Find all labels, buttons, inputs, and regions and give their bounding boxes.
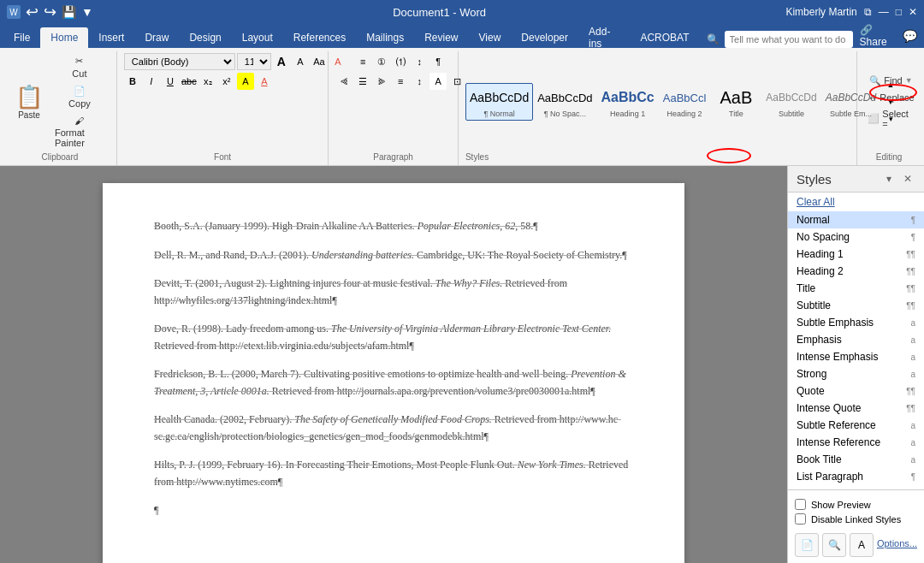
disable-linked-checkbox[interactable] <box>795 513 806 524</box>
tab-acrobat[interactable]: ACROBAT <box>630 27 699 48</box>
tab-review[interactable]: Review <box>414 27 468 48</box>
restore-btn[interactable]: ⧉ <box>864 6 872 18</box>
styles-list[interactable]: Normal ¶ No Spacing ¶ Heading 1 ¶¶ Headi… <box>788 211 924 489</box>
show-preview-checkbox[interactable] <box>795 499 806 510</box>
paragraph-group-label: Paragraph <box>335 152 451 163</box>
redo-btn[interactable]: ↪ <box>44 3 56 21</box>
style-item-normal[interactable]: Normal ¶ <box>788 211 924 228</box>
styles-panel-menu-btn[interactable]: ▾ <box>881 171 897 187</box>
close-btn[interactable]: ✕ <box>909 6 917 18</box>
tab-developer[interactable]: Developer <box>511 27 578 48</box>
text-highlight-btn[interactable]: A <box>237 73 254 90</box>
style-item-no-spacing[interactable]: No Spacing ¶ <box>788 228 924 246</box>
numbering-btn[interactable]: ① <box>373 53 390 70</box>
save-btn[interactable]: 💾 <box>62 5 76 19</box>
maximize-btn[interactable]: □ <box>896 6 902 18</box>
style-item-subtle-emphasis[interactable]: Subtle Emphasis a <box>788 314 924 331</box>
tab-layout[interactable]: Layout <box>232 27 283 48</box>
superscript-btn[interactable]: x² <box>218 73 235 90</box>
customize-btn[interactable]: ▼ <box>81 5 93 19</box>
strikethrough-btn[interactable]: abc <box>181 73 198 90</box>
line-spacing-btn[interactable]: ↕ <box>411 73 428 90</box>
style-swatch-heading1[interactable]: AaBbCc Heading 1 <box>597 83 659 121</box>
styles-down-btn[interactable]: ▼ <box>882 93 899 110</box>
tell-me-input[interactable] <box>725 31 853 48</box>
font-color-btn[interactable]: A <box>256 73 273 90</box>
style-heading2-preview: AaBbCcl <box>663 86 707 110</box>
editing-group-label: Editing <box>864 152 914 163</box>
tab-design[interactable]: Design <box>179 27 231 48</box>
style-swatch-title[interactable]: AaB Title <box>710 83 761 121</box>
comments-btn[interactable]: 💬 <box>903 29 917 43</box>
underline-btn[interactable]: U <box>162 73 179 90</box>
undo-btn[interactable]: ↩ <box>26 3 38 21</box>
doc-para-5: Fredrickson, B. L. (2000, March 7). Cult… <box>154 365 633 399</box>
style-item-list-paragraph[interactable]: List Paragraph ¶ <box>788 468 924 485</box>
tab-home[interactable]: Home <box>40 27 88 48</box>
grow-font-btn[interactable]: A <box>273 53 290 70</box>
style-swatch-subtitle[interactable]: AaBbCcDd Subtitle <box>761 83 820 121</box>
paste-button[interactable]: 📋 Paste <box>10 81 48 122</box>
style-inspector-btn[interactable]: 🔍 <box>822 533 846 557</box>
style-item-intense-reference[interactable]: Intense Reference a <box>788 434 924 451</box>
style-swatch-subtle-em[interactable]: AaBbCcDd Subtle Em... <box>821 83 880 121</box>
style-item-subtle-reference[interactable]: Subtle Reference a <box>788 417 924 434</box>
style-item-intense-emphasis[interactable]: Intense Emphasis a <box>788 348 924 365</box>
ribbon-tabs: File Home Insert Draw Design Layout Refe… <box>0 24 924 48</box>
copy-button[interactable]: 📄Copy <box>50 83 110 111</box>
bullets-btn[interactable]: ≡ <box>354 53 371 70</box>
styles-up-btn[interactable]: ▲ <box>882 76 899 93</box>
tab-references[interactable]: References <box>283 27 356 48</box>
minimize-btn[interactable]: — <box>879 6 889 18</box>
font-size-select[interactable]: 11 <box>237 53 271 70</box>
shading-btn[interactable]: A <box>429 73 447 90</box>
bold-btn[interactable]: B <box>124 73 141 90</box>
style-item-emphasis[interactable]: Emphasis a <box>788 331 924 348</box>
style-normal-preview: AaBbCcDd <box>470 86 529 110</box>
doc-para-7: Hilts, P. J. (1999, February 16). In For… <box>154 456 633 489</box>
style-item-heading2[interactable]: Heading 2 ¶¶ <box>788 263 924 280</box>
shrink-font-btn[interactable]: A <box>292 53 309 70</box>
tab-addins[interactable]: Add-ins <box>578 27 630 48</box>
style-item-subtitle[interactable]: Subtitle ¶¶ <box>788 297 924 314</box>
align-right-btn[interactable]: ⫸ <box>373 73 390 90</box>
sort-btn[interactable]: ↕ <box>411 53 428 70</box>
styles-panel-close-btn[interactable]: ✕ <box>900 171 915 187</box>
manage-styles-btn[interactable]: A <box>850 533 874 557</box>
style-item-quote[interactable]: Quote ¶¶ <box>788 382 924 400</box>
font-name-select[interactable]: Calibri (Body) <box>124 53 235 70</box>
style-item-book-title[interactable]: Book Title a <box>788 451 924 468</box>
style-swatch-no-spacing[interactable]: AaBbCcDd ¶ No Spac... <box>533 83 596 121</box>
tab-insert[interactable]: Insert <box>88 27 134 48</box>
document-area[interactable]: Booth, S.A. (January 1999). High-Drain A… <box>0 166 787 563</box>
style-swatch-heading2[interactable]: AaBbCcl Heading 2 <box>659 83 711 121</box>
change-case-btn[interactable]: Aa <box>311 53 328 70</box>
style-item-strong[interactable]: Strong a <box>788 365 924 382</box>
justify-btn[interactable]: ≡ <box>392 73 409 90</box>
doc-para-8: ¶ <box>154 501 633 519</box>
style-item-intense-quote[interactable]: Intense Quote ¶¶ <box>788 400 924 417</box>
style-item-heading1[interactable]: Heading 1 ¶¶ <box>788 246 924 263</box>
align-center-btn[interactable]: ☰ <box>354 73 371 90</box>
user-name: Kimberly Martin <box>785 6 856 18</box>
show-marks-btn[interactable]: ¶ <box>429 53 447 70</box>
subscript-btn[interactable]: x₂ <box>199 73 216 90</box>
title-bar-right: Kimberly Martin ⧉ — □ ✕ <box>785 6 917 18</box>
cut-button[interactable]: ✂Cut <box>50 53 110 81</box>
style-item-title[interactable]: Title ¶¶ <box>788 280 924 297</box>
share-btn[interactable]: 🔗 Share <box>860 24 896 48</box>
multilevel-btn[interactable]: ⑴ <box>392 53 409 70</box>
new-style-icon-btn[interactable]: 📄 <box>795 533 819 557</box>
styles-expand-btn[interactable]: ▾ <box>882 110 899 127</box>
tab-view[interactable]: View <box>469 27 512 48</box>
italic-btn[interactable]: I <box>143 73 160 90</box>
align-left-btn[interactable]: ⫷ <box>335 73 352 90</box>
tab-mailings[interactable]: Mailings <box>356 27 414 48</box>
options-btn[interactable]: Options... <box>877 538 917 548</box>
tab-draw[interactable]: Draw <box>134 27 179 48</box>
clear-all-btn[interactable]: Clear All <box>788 193 924 211</box>
tab-file[interactable]: File <box>3 27 40 48</box>
title-bar-left: W ↩ ↪ 💾 ▼ <box>7 3 93 21</box>
format-painter-button[interactable]: 🖌Format Painter <box>50 113 110 151</box>
style-swatch-normal[interactable]: AaBbCcDd ¶ Normal <box>465 83 533 121</box>
